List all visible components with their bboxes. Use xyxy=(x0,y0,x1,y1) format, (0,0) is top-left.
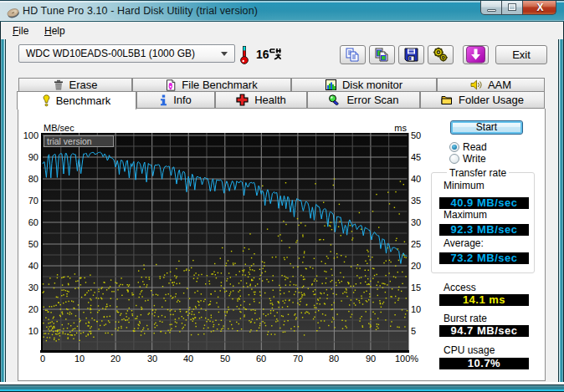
svg-text:40: 40 xyxy=(411,174,421,184)
svg-text:20: 20 xyxy=(411,261,421,271)
svg-text:35: 35 xyxy=(411,196,421,206)
svg-text:60: 60 xyxy=(256,354,266,364)
svg-text:50: 50 xyxy=(411,130,421,140)
svg-text:5: 5 xyxy=(411,326,416,336)
svg-text:trial version: trial version xyxy=(47,136,92,146)
svg-text:60: 60 xyxy=(28,217,38,227)
svg-text:80: 80 xyxy=(28,174,38,184)
svg-text:100: 100 xyxy=(23,130,38,140)
svg-text:30: 30 xyxy=(411,217,421,227)
svg-text:40: 40 xyxy=(28,261,38,271)
svg-text:50: 50 xyxy=(220,354,230,364)
svg-text:20: 20 xyxy=(28,304,38,314)
svg-text:25: 25 xyxy=(411,239,421,249)
svg-text:70: 70 xyxy=(293,354,303,364)
svg-text:20: 20 xyxy=(110,354,120,364)
svg-text:90: 90 xyxy=(28,152,38,162)
svg-text:MB/sec: MB/sec xyxy=(44,123,74,133)
svg-text:30: 30 xyxy=(147,354,157,364)
svg-text:10: 10 xyxy=(411,304,421,314)
svg-text:50: 50 xyxy=(28,239,38,249)
svg-text:45: 45 xyxy=(411,152,421,162)
svg-text:15: 15 xyxy=(411,283,421,293)
svg-text:70: 70 xyxy=(28,196,38,206)
svg-text:100%: 100% xyxy=(395,354,418,364)
svg-text:30: 30 xyxy=(28,283,38,293)
svg-text:90: 90 xyxy=(366,354,376,364)
svg-text:ms: ms xyxy=(394,123,407,133)
svg-text:10: 10 xyxy=(28,326,38,336)
svg-text:80: 80 xyxy=(329,354,339,364)
svg-text:40: 40 xyxy=(183,354,193,364)
svg-text:10: 10 xyxy=(74,354,85,364)
svg-text:0: 0 xyxy=(40,354,45,364)
